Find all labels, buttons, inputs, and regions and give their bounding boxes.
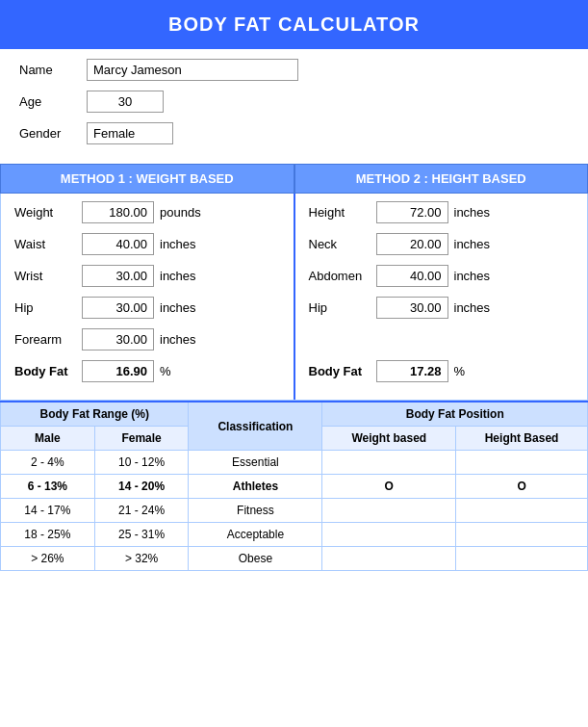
female-range: 10 - 12% [94, 451, 189, 475]
m2-hip-label: Hip [309, 300, 376, 315]
method2-header: METHOD 2 : HEIGHT BASED [294, 164, 589, 194]
male-range: 2 - 4% [1, 451, 95, 475]
top-section: Name Age Gender [0, 49, 588, 164]
m1-bodyfat-label: Body Fat [14, 364, 82, 378]
m1-forearm-label: Forearm [14, 332, 82, 347]
gender-input[interactable] [87, 122, 173, 144]
m1-hip-row: Hip inches [14, 297, 280, 319]
table-row: 2 - 4% 10 - 12% Essential [1, 451, 588, 475]
m2-height-row: Height inches [309, 201, 575, 223]
m2-height-label: Height [309, 205, 376, 220]
m1-bodyfat-unit: % [160, 364, 171, 378]
col-male-subheader: Male [1, 427, 95, 451]
col-bodyfat-range-header: Body Fat Range (%) [1, 402, 189, 427]
method1-col: Weight pounds Waist inches Wrist inches … [1, 194, 295, 400]
male-range: 18 - 25% [1, 523, 95, 547]
m1-waist-unit: inches [160, 237, 196, 251]
m1-bodyfat-input[interactable] [82, 360, 154, 382]
m2-height-input[interactable] [376, 201, 448, 223]
col-height-based-subheader: Height Based [456, 427, 588, 451]
m2-abdomen-label: Abdomen [309, 269, 376, 283]
m2-bodyfat-input[interactable] [376, 360, 448, 382]
weight-position [322, 499, 456, 523]
results-table: Body Fat Range (%) Classification Body F… [0, 401, 588, 571]
name-label: Name [19, 63, 87, 77]
m2-abdomen-input[interactable] [376, 265, 448, 287]
classification: Athletes [189, 475, 322, 499]
m1-weight-unit: pounds [160, 205, 201, 220]
method1-header: METHOD 1 : WEIGHT BASED [0, 164, 294, 194]
classification: Essential [189, 451, 322, 475]
col-female-subheader: Female [94, 427, 189, 451]
height-position [456, 523, 588, 547]
m2-hip-unit: inches [454, 300, 491, 315]
m1-wrist-input[interactable] [82, 265, 154, 287]
height-position [456, 499, 588, 523]
m1-bodyfat-row: Body Fat % [14, 360, 280, 382]
gender-label: Gender [19, 126, 87, 141]
methods-section: Weight pounds Waist inches Wrist inches … [0, 194, 588, 401]
age-row: Age [19, 91, 569, 113]
m1-hip-input[interactable] [82, 297, 154, 319]
m2-abdomen-unit: inches [454, 269, 491, 283]
col-weight-based-subheader: Weight based [322, 427, 456, 451]
female-range: 25 - 31% [94, 523, 189, 547]
m2-neck-unit: inches [454, 237, 491, 251]
weight-position: O [322, 475, 456, 499]
method2-col: Height inches Neck inches Abdomen inches… [295, 194, 588, 400]
height-position [456, 547, 588, 571]
height-position [456, 451, 588, 475]
method-headers: METHOD 1 : WEIGHT BASED METHOD 2 : HEIGH… [0, 164, 588, 194]
m2-bodyfat-label: Body Fat [309, 364, 376, 378]
m1-wrist-row: Wrist inches [14, 265, 280, 287]
m1-waist-input[interactable] [82, 233, 154, 255]
col-position-header: Body Fat Position [322, 402, 588, 427]
m1-weight-input[interactable] [82, 201, 154, 223]
gender-row: Gender [19, 122, 569, 144]
m2-neck-label: Neck [309, 237, 376, 251]
m2-abdomen-row: Abdomen inches [309, 265, 575, 287]
male-range: 14 - 17% [1, 499, 95, 523]
weight-position [322, 547, 456, 571]
table-row: > 26% > 32% Obese [1, 547, 588, 571]
m1-wrist-unit: inches [160, 269, 196, 283]
age-input[interactable] [87, 91, 164, 113]
m1-waist-row: Waist inches [14, 233, 280, 255]
classification: Obese [189, 547, 322, 571]
m2-bodyfat-row: Body Fat % [309, 360, 575, 382]
col-classification-header: Classification [189, 402, 322, 451]
m1-forearm-input[interactable] [82, 328, 154, 351]
table-row: 18 - 25% 25 - 31% Acceptable [1, 523, 588, 547]
name-row: Name [19, 59, 569, 81]
female-range: 21 - 24% [94, 499, 189, 523]
male-range: 6 - 13% [1, 475, 95, 499]
m1-hip-unit: inches [160, 300, 196, 315]
m1-hip-label: Hip [14, 300, 82, 315]
m2-hip-row: Hip inches [309, 297, 575, 319]
male-range: > 26% [1, 547, 95, 571]
m2-neck-input[interactable] [376, 233, 448, 255]
weight-position [322, 523, 456, 547]
classification: Acceptable [189, 523, 322, 547]
m1-waist-label: Waist [14, 237, 82, 251]
classification: Fitness [189, 499, 322, 523]
m1-forearm-row: Forearm inches [14, 328, 280, 351]
m2-hip-input[interactable] [376, 297, 448, 319]
m2-height-unit: inches [454, 205, 491, 220]
table-row: 6 - 13% 14 - 20% Athletes O O [1, 475, 588, 499]
page-title: BODY FAT CALCULATOR [0, 0, 588, 49]
m1-forearm-unit: inches [160, 332, 196, 347]
weight-position [322, 451, 456, 475]
female-range: > 32% [94, 547, 189, 571]
age-label: Age [19, 94, 87, 109]
name-input[interactable] [87, 59, 298, 81]
table-row: 14 - 17% 21 - 24% Fitness [1, 499, 588, 523]
m1-weight-label: Weight [14, 205, 82, 220]
m2-bodyfat-unit: % [454, 364, 466, 378]
height-position: O [456, 475, 588, 499]
female-range: 14 - 20% [94, 475, 189, 499]
m2-neck-row: Neck inches [309, 233, 575, 255]
m1-wrist-label: Wrist [14, 269, 82, 283]
m1-weight-row: Weight pounds [14, 201, 280, 223]
